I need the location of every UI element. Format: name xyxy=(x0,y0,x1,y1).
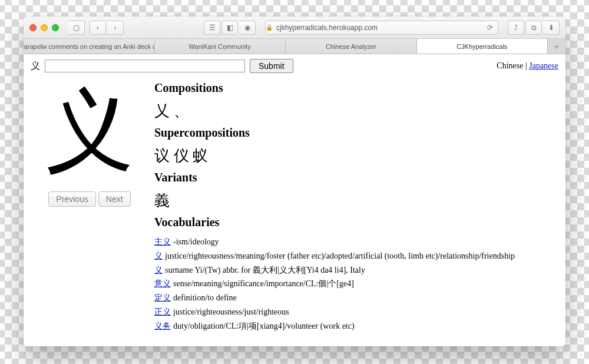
shield-icon[interactable]: ◉ xyxy=(239,21,256,35)
share-icon[interactable]: ⤴ xyxy=(508,21,524,35)
traffic-lights xyxy=(29,24,59,31)
supercompositions-heading: Supercompositions xyxy=(154,126,558,140)
new-tab-button[interactable]: + xyxy=(548,39,565,54)
vocab-term[interactable]: 定义 xyxy=(154,293,171,302)
vocab-def: justice/righteousness/meaning/foster (fa… xyxy=(165,252,515,260)
sidebar-toggle-icon[interactable]: ▢ xyxy=(68,21,85,35)
tab-3[interactable]: CJKhyperradicals xyxy=(417,39,548,54)
vocab-row: 主义-ism/ideology xyxy=(154,235,558,249)
vocab-row: 正义justice/righteousness/just/righteous xyxy=(154,305,558,319)
vocab-term[interactable]: 义 xyxy=(154,252,163,260)
forward-button[interactable]: › xyxy=(107,21,124,35)
minimize-icon[interactable] xyxy=(41,24,48,31)
vocab-def: justice/righteousness/just/righteous xyxy=(173,307,289,316)
vocab-row: 定义definition/to define xyxy=(154,291,558,305)
submit-button[interactable]: Submit xyxy=(250,59,293,73)
vocab-def: duty/obligation/CL:項|项[xiang4]/volunteer… xyxy=(173,322,355,330)
vocab-row: 义surname Yi/(Tw) abbr. for 義大利|义大利[Yi4 d… xyxy=(154,263,558,277)
close-icon[interactable] xyxy=(29,24,37,31)
next-button[interactable]: Next xyxy=(98,191,131,207)
vocab-row: 意义sense/meaning/significance/importance/… xyxy=(154,277,558,291)
vocab-def: surname Yi/(Tw) abbr. for 義大利|义大利[Yi4 da… xyxy=(165,266,365,274)
tabs-bar: patarapolw comments on creating an Anki … xyxy=(24,39,565,54)
page-content: 义 Submit Chinese | Japanese 义 Previous N… xyxy=(24,54,565,346)
url-bar[interactable]: 🔒 cjkhyperradicals.herokuapp.com ⟳ xyxy=(265,21,498,35)
tab-0[interactable]: patarapolw comments on creating an Anki … xyxy=(24,39,155,54)
main-glyph: 义 xyxy=(45,82,134,180)
tabs-icon[interactable]: ⧉ xyxy=(525,21,542,35)
search-input[interactable] xyxy=(45,59,245,72)
tab-1[interactable]: WaniKani Community xyxy=(155,39,286,54)
vocab-def: -ism/ideology xyxy=(173,237,219,246)
variants-chars: 義 xyxy=(154,190,558,211)
right-column: Compositions 乂 、 Supercompositions 议 仪 蚁… xyxy=(148,77,558,346)
titlebar: ▢ ‹ › ☰ ◧ ◉ 🔒 cjkhyperradicals.herokuapp… xyxy=(24,16,565,39)
vocab-def: definition/to define xyxy=(173,293,237,302)
left-column: 义 Previous Next xyxy=(31,77,148,346)
privacy-icon[interactable]: ◧ xyxy=(221,21,238,35)
back-button[interactable]: ‹ xyxy=(90,21,106,35)
compositions-chars: 乂 、 xyxy=(154,101,558,121)
reader-icon[interactable]: ☰ xyxy=(204,21,220,35)
vocabularies-heading: Vocabularies xyxy=(154,216,558,229)
compositions-heading: Compositions xyxy=(154,81,558,95)
reload-icon[interactable]: ⟳ xyxy=(487,24,498,32)
lock-icon: 🔒 xyxy=(266,24,273,31)
vocab-term[interactable]: 意义 xyxy=(154,279,171,288)
download-icon[interactable]: ⬇ xyxy=(543,21,560,35)
vocabularies-list: 主义-ism/ideology 义justice/righteousness/m… xyxy=(154,235,558,333)
variants-heading: Variants xyxy=(154,171,558,184)
previous-button[interactable]: Previous xyxy=(48,191,95,207)
url-text: cjkhyperradicals.herokuapp.com xyxy=(276,24,378,32)
supercompositions-chars: 议 仪 蚁 xyxy=(154,145,558,166)
language-links: Chinese | Japanese xyxy=(497,61,558,71)
search-prefix-glyph: 义 xyxy=(31,60,40,72)
zoom-icon[interactable] xyxy=(52,24,59,31)
vocab-term[interactable]: 正义 xyxy=(154,307,171,316)
tab-2[interactable]: Chinese Analyzer xyxy=(286,39,417,54)
vocab-row: 义justice/righteousness/meaning/foster (f… xyxy=(154,249,558,263)
vocab-term[interactable]: 义 xyxy=(154,266,163,274)
browser-window: ▢ ‹ › ☰ ◧ ◉ 🔒 cjkhyperradicals.herokuapp… xyxy=(24,16,565,346)
vocab-row: 义务duty/obligation/CL:項|项[xiang4]/volunte… xyxy=(154,319,558,333)
lang-japanese-link[interactable]: Japanese xyxy=(529,61,558,70)
search-strip: 义 Submit Chinese | Japanese xyxy=(31,59,558,73)
lang-chinese: Chinese xyxy=(497,61,523,70)
vocab-term[interactable]: 主义 xyxy=(154,237,171,246)
vocab-term[interactable]: 义务 xyxy=(154,322,171,330)
vocab-def: sense/meaning/significance/importance/CL… xyxy=(173,279,354,288)
